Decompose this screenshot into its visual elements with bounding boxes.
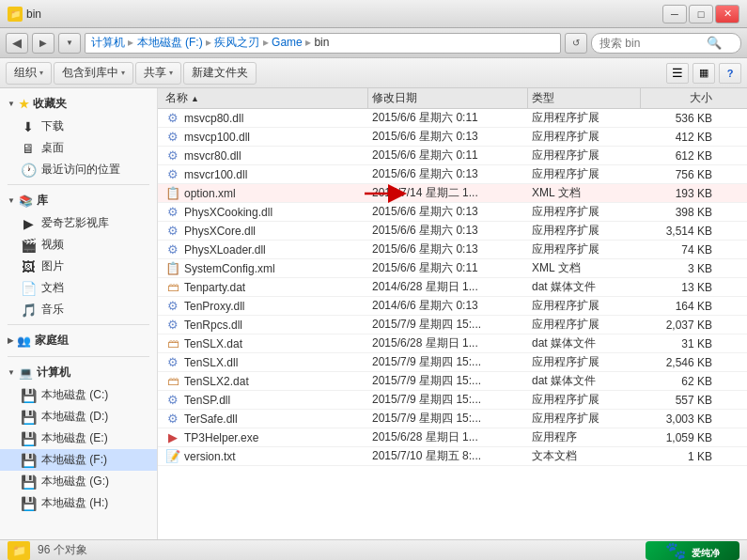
search-input[interactable] — [599, 37, 703, 50]
file-name: PhysXCore.dll — [184, 225, 256, 238]
sidebar-item-d[interactable]: 💾 本地磁盘 (D:) — [0, 406, 157, 428]
table-row[interactable]: 📋 option.xml 2015/7/14 星期二 1... XML 文档 1… — [158, 184, 747, 203]
table-row[interactable]: ⚙ TenSLX.dll 2015/7/9 星期四 15:... 应用程序扩展 … — [158, 353, 747, 372]
titlebar-title: bin — [26, 8, 41, 21]
file-date: 2015/6/6 星期六 0:13 — [368, 129, 528, 145]
file-name: option.xml — [184, 187, 236, 200]
file-type: XML 文档 — [528, 185, 641, 201]
file-date: 2015/6/6 星期六 0:13 — [368, 204, 528, 220]
table-row[interactable]: ⚙ msvcp80.dll 2015/6/6 星期六 0:11 应用程序扩展 5… — [158, 109, 747, 128]
view-toggle-button[interactable]: ☰ — [666, 63, 689, 84]
maximize-button[interactable]: □ — [689, 5, 713, 23]
titlebar-left: 📁 bin — [8, 7, 41, 22]
minimize-button[interactable]: ─ — [662, 5, 687, 23]
sidebar-item-video[interactable]: 🎬 视频 — [0, 234, 157, 256]
sidebar-item-h[interactable]: 💾 本地磁盘 (H:) — [0, 492, 157, 514]
sidebar-item-music[interactable]: 🎵 音乐 — [0, 299, 157, 320]
statusbar-logo-text: 🐾 爱纯净 — [665, 540, 721, 561]
back-button[interactable]: ◀ — [6, 33, 28, 54]
favorites-header[interactable]: ▼ ★ 收藏夹 — [0, 92, 157, 116]
sidebar-item-documents[interactable]: 📄 文档 — [0, 277, 157, 299]
file-date: 2015/6/6 星期六 0:13 — [368, 166, 528, 182]
sidebar: ▼ ★ 收藏夹 ⬇ 下载 🖥 桌面 🕐 最近访问的位置 ▼ 📚 — [0, 88, 158, 539]
homegroup-header[interactable]: ▶ 👥 家庭组 — [0, 329, 157, 352]
file-size: 164 KB — [641, 300, 716, 313]
file-date: 2015/6/6 星期六 0:13 — [368, 241, 528, 257]
new-folder-button[interactable]: 新建文件夹 — [183, 62, 257, 85]
file-date: 2015/7/9 星期四 15:... — [368, 373, 528, 389]
statusbar-count: 96 个对象 — [38, 542, 87, 558]
forward-button[interactable]: ▶ — [32, 33, 54, 54]
file-icon: ⚙ — [165, 224, 180, 239]
file-size: 2,546 KB — [641, 356, 716, 369]
table-row[interactable]: ⚙ msvcr100.dll 2015/6/6 星期六 0:13 应用程序扩展 … — [158, 165, 747, 184]
titlebar-buttons: ─ □ ✕ — [662, 5, 739, 23]
include-library-button[interactable]: 包含到库中 ▾ — [54, 62, 133, 85]
table-row[interactable]: 📋 SystemConfig.xml 2015/6/6 星期六 0:11 XML… — [158, 259, 747, 278]
file-name: msvcr80.dll — [184, 149, 241, 163]
titlebar-icon: 📁 — [8, 7, 23, 22]
table-row[interactable]: ⚙ msvcr80.dll 2015/6/6 星期六 0:11 应用程序扩展 6… — [158, 147, 747, 165]
address-path: 计算机 ▸ 本地磁盘 (F:) ▸ 疾风之刃 ▸ Game ▸ bin — [91, 35, 329, 51]
col-header-date[interactable]: 修改日期 — [368, 88, 528, 108]
file-icon: 📋 — [165, 186, 180, 201]
sidebar-item-e[interactable]: 💾 本地磁盘 (E:) — [0, 428, 157, 449]
documents-icon: 📄 — [21, 281, 36, 296]
search-box[interactable]: 🔍 — [591, 33, 741, 54]
help-button[interactable]: ? — [719, 63, 741, 84]
table-row[interactable]: 🗃 TenSLX.dat 2015/6/28 星期日 1... dat 媒体文件… — [158, 334, 747, 353]
table-row[interactable]: ⚙ TenRpcs.dll 2015/7/9 星期四 15:... 应用程序扩展… — [158, 316, 747, 334]
file-name: msvcr100.dll — [184, 168, 247, 181]
sidebar-item-download[interactable]: ⬇ 下载 — [0, 116, 157, 137]
col-header-name[interactable]: 名称 ▲ — [162, 88, 368, 108]
file-icon: 📋 — [165, 261, 180, 276]
file-type: dat 媒体文件 — [528, 279, 641, 295]
file-icon: ⚙ — [165, 393, 180, 408]
library-header[interactable]: ▼ 📚 库 — [0, 189, 157, 212]
close-button[interactable]: ✕ — [715, 5, 739, 23]
table-row[interactable]: ⚙ PhysXLoader.dll 2015/6/6 星期六 0:13 应用程序… — [158, 241, 747, 259]
col-header-size[interactable]: 大小 — [641, 88, 716, 108]
sidebar-item-recent[interactable]: 🕐 最近访问的位置 — [0, 159, 157, 180]
computer-header[interactable]: ▼ 💻 计算机 — [0, 361, 157, 384]
file-type: 应用程序扩展 — [528, 129, 641, 145]
statusbar-logo: 🐾 爱纯净 — [646, 541, 739, 560]
address-box[interactable]: 计算机 ▸ 本地磁盘 (F:) ▸ 疾风之刃 ▸ Game ▸ bin — [85, 33, 561, 54]
table-row[interactable]: ⚙ PhysXCooking.dll 2015/6/6 星期六 0:13 应用程… — [158, 203, 747, 222]
table-row[interactable]: ⚙ TenSP.dll 2015/7/9 星期四 15:... 应用程序扩展 5… — [158, 391, 747, 410]
music-icon: 🎵 — [21, 303, 36, 318]
recent-button[interactable]: ▼ — [58, 33, 81, 54]
col-header-type[interactable]: 类型 — [528, 88, 641, 108]
sidebar-item-desktop[interactable]: 🖥 桌面 — [0, 137, 157, 159]
file-name: msvcp100.dll — [184, 131, 250, 144]
table-row[interactable]: ⚙ msvcp100.dll 2015/6/6 星期六 0:13 应用程序扩展 … — [158, 128, 747, 147]
file-date: 2015/6/28 星期日 1... — [368, 429, 528, 445]
file-date: 2015/7/9 星期四 15:... — [368, 411, 528, 427]
table-row[interactable]: ⚙ TerSafe.dll 2015/7/9 星期四 15:... 应用程序扩展… — [158, 410, 747, 428]
sidebar-item-g[interactable]: 💾 本地磁盘 (G:) — [0, 471, 157, 492]
sidebar-item-c[interactable]: 💾 本地磁盘 (C:) — [0, 384, 157, 406]
file-date: 2015/7/10 星期五 8:... — [368, 448, 528, 464]
sidebar-item-f[interactable]: 💾 本地磁盘 (F:) — [0, 449, 157, 471]
pictures-icon: 🖼 — [21, 259, 36, 274]
table-row[interactable]: ⚙ TenProxy.dll 2014/6/6 星期六 0:13 应用程序扩展 … — [158, 297, 747, 316]
table-row[interactable]: ▶ TP3Helper.exe 2015/6/28 星期日 1... 应用程序 … — [158, 428, 747, 447]
details-view-button[interactable]: ▦ — [693, 63, 715, 84]
sidebar-item-iqiyi[interactable]: ▶ 爱奇艺影视库 — [0, 212, 157, 234]
file-date: 2014/6/6 星期六 0:13 — [368, 298, 528, 314]
table-row[interactable]: ⚙ PhysXCore.dll 2015/6/6 星期六 0:13 应用程序扩展… — [158, 222, 747, 241]
sidebar-divider-1 — [8, 184, 149, 185]
table-row[interactable]: 📝 version.txt 2015/7/10 星期五 8:... 文本文档 1… — [158, 447, 747, 466]
filelist: ⚙ msvcp80.dll 2015/6/6 星期六 0:11 应用程序扩展 5… — [158, 109, 747, 539]
refresh-button[interactable]: ↺ — [565, 33, 587, 54]
search-icon[interactable]: 🔍 — [707, 36, 722, 50]
share-button[interactable]: 共享 ▾ — [135, 62, 181, 85]
sidebar-item-pictures[interactable]: 🖼 图片 — [0, 256, 157, 277]
table-row[interactable]: 🗃 TenSLX2.dat 2015/7/9 星期四 15:... dat 媒体… — [158, 372, 747, 391]
table-row[interactable]: 🗃 Tenparty.dat 2014/6/28 星期日 1... dat 媒体… — [158, 278, 747, 297]
file-type: 应用程序扩展 — [528, 298, 641, 314]
file-type: 应用程序扩展 — [528, 223, 641, 239]
file-size: 3 KB — [641, 262, 716, 275]
file-type: 文本文档 — [528, 448, 641, 464]
organize-button[interactable]: 组织 ▾ — [6, 62, 52, 85]
